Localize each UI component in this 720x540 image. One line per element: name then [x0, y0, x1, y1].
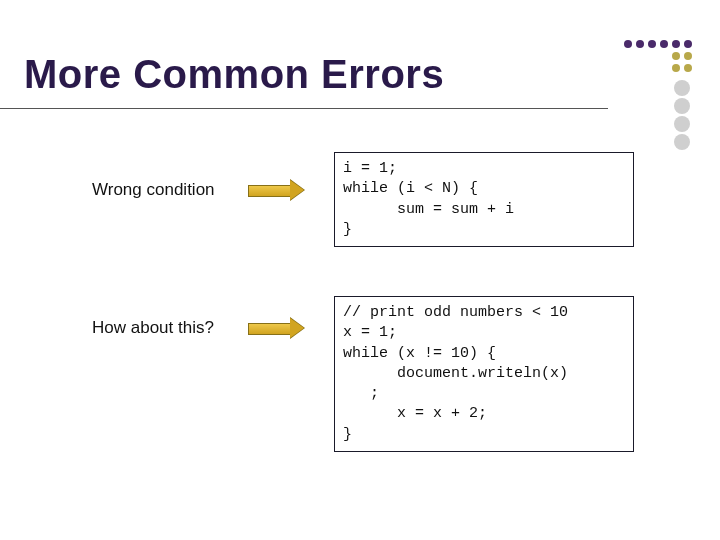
- dot-icon: [660, 40, 668, 48]
- decorative-dots: [602, 40, 698, 150]
- code-box-2: // print odd numbers < 10 x = 1; while (…: [334, 296, 634, 452]
- dot-icon: [624, 40, 632, 48]
- dot-icon: [636, 40, 644, 48]
- dot-icon: [674, 116, 690, 132]
- dot-icon: [684, 52, 692, 60]
- code-box-1: i = 1; while (i < N) { sum = sum + i }: [334, 152, 634, 247]
- slide-title: More Common Errors: [24, 52, 444, 97]
- dot-icon: [684, 64, 692, 72]
- arrow-icon: [248, 182, 304, 198]
- title-underline: [0, 108, 608, 109]
- dot-icon: [684, 40, 692, 48]
- label-wrong-condition: Wrong condition: [92, 180, 215, 200]
- label-how-about-this: How about this?: [92, 318, 214, 338]
- dot-icon: [648, 40, 656, 48]
- dot-icon: [672, 40, 680, 48]
- dot-icon: [674, 80, 690, 96]
- dot-icon: [674, 98, 690, 114]
- dot-icon: [672, 52, 680, 60]
- dot-icon: [674, 134, 690, 150]
- arrow-icon: [248, 320, 304, 336]
- dot-icon: [672, 64, 680, 72]
